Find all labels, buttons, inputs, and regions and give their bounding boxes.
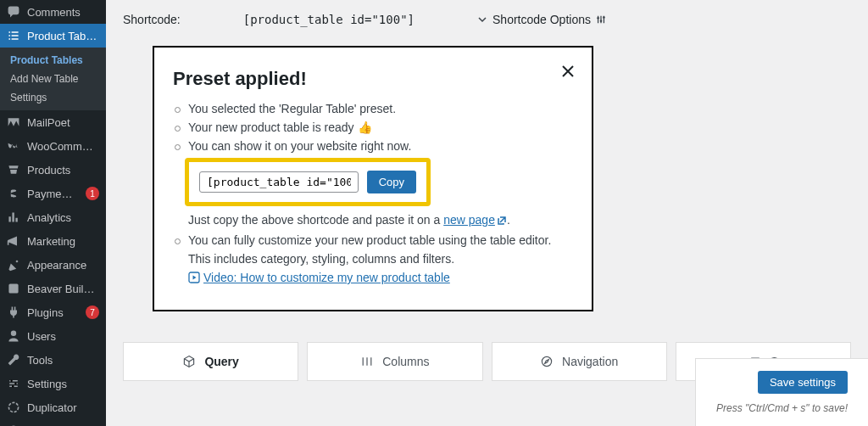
sidebar-item-marketing[interactable]: Marketing xyxy=(0,229,106,253)
sidebar-item-label: Marketing xyxy=(27,235,99,248)
cube-icon xyxy=(182,355,196,368)
sliders-icon xyxy=(596,14,606,25)
tab-navigation[interactable]: Navigation xyxy=(492,342,667,381)
svg-point-10 xyxy=(542,356,551,366)
sidebar-item-label: Settings xyxy=(27,378,99,390)
sidebar-item-payments[interactable]: Payments 1 xyxy=(0,182,106,205)
sidebar-item-label: Beaver Builder xyxy=(27,283,99,295)
tab-query[interactable]: Query xyxy=(123,342,298,381)
payments-icon xyxy=(7,187,20,200)
badge-count: 1 xyxy=(86,187,99,200)
preset-line-3: You can show it on your website right no… xyxy=(175,139,573,153)
sidebar-item-settings[interactable]: Settings xyxy=(0,372,106,395)
new-page-link[interactable]: new page xyxy=(443,213,507,227)
sidebar-item-appearance[interactable]: Appearance xyxy=(0,253,106,277)
sidebar-item-comments[interactable]: Comments xyxy=(0,0,106,24)
svg-point-1 xyxy=(10,380,12,382)
sidebar-item-label: Product Tables xyxy=(27,30,99,42)
shortcode-row: Shortcode: [product_table id="100"] Shor… xyxy=(123,5,851,34)
svg-point-2 xyxy=(14,383,16,384)
panel-title: Preset applied! xyxy=(173,68,573,90)
preset-applied-panel: Preset applied! You selected the 'Regula… xyxy=(153,46,593,311)
users-icon xyxy=(7,329,20,343)
sidebar-item-label: Payments xyxy=(27,188,75,200)
sidebar-item-label: Users xyxy=(27,330,99,343)
video-tutorial-link[interactable]: Video: How to customize my new product t… xyxy=(188,271,450,284)
svg-point-7 xyxy=(600,20,603,22)
tools-icon xyxy=(7,353,20,367)
close-button[interactable] xyxy=(559,63,576,80)
svg-point-8 xyxy=(603,16,605,19)
sidebar-item-duplicator[interactable]: Duplicator xyxy=(0,395,106,419)
sidebar-item-label: Appearance xyxy=(27,259,99,272)
admin-sidebar: Comments Product Tables Product Tables A… xyxy=(0,0,106,426)
shortcode-input[interactable] xyxy=(199,171,359,193)
copy-button[interactable]: Copy xyxy=(367,171,416,193)
preset-line-2: Your new product table is ready 👍 xyxy=(175,121,573,134)
sidebar-item-beaver-builder[interactable]: Beaver Builder xyxy=(0,277,106,300)
tab-label: Query xyxy=(204,355,238,368)
close-icon xyxy=(559,63,576,80)
sidebar-item-label: Products xyxy=(27,164,99,177)
marketing-icon xyxy=(7,234,20,248)
settings-icon xyxy=(7,377,20,390)
sidebar-item-label: Tools xyxy=(27,354,99,367)
analytics-icon xyxy=(7,210,20,224)
columns-icon xyxy=(360,355,374,368)
external-link-icon xyxy=(497,215,507,228)
shortcode-copy-box: Copy xyxy=(185,158,431,206)
preset-line-5b: This includes category, styling, columns… xyxy=(175,252,573,266)
compass-icon xyxy=(540,355,554,368)
thumbs-up-icon: 👍 xyxy=(358,121,372,134)
sidebar-item-analytics[interactable]: Analytics xyxy=(0,205,106,229)
sidebar-item-label: MailPoet xyxy=(27,116,99,129)
tab-label: Columns xyxy=(382,355,429,368)
preset-line-4: Just copy the above shortcode and paste … xyxy=(175,213,573,228)
sidebar-subitem-add-new-table[interactable]: Add New Table xyxy=(0,70,106,88)
svg-rect-0 xyxy=(8,283,18,293)
sidebar-subgroup-product-tables: Product Tables Add New Table Settings xyxy=(0,48,106,110)
sidebar-item-users[interactable]: Users xyxy=(0,324,106,348)
save-hint: Press "Ctrl/Cmd + s" to save! xyxy=(716,402,848,414)
save-settings-button[interactable]: Save settings xyxy=(758,371,848,394)
shortcode-value: [product_table id="100"] xyxy=(243,13,415,26)
sidebar-item-products[interactable]: Products xyxy=(0,158,106,182)
tab-columns[interactable]: Columns xyxy=(307,342,482,381)
plugins-icon xyxy=(7,305,20,319)
svg-point-4 xyxy=(8,402,18,412)
sidebar-item-plugins[interactable]: Plugins 7 xyxy=(0,300,106,324)
save-panel: Save settings Press "Ctrl/Cmd + s" to sa… xyxy=(695,358,868,426)
sidebar-item-label: WooCommerce xyxy=(27,140,99,153)
beaver-builder-icon xyxy=(7,282,20,295)
chevron-down-icon xyxy=(477,14,487,25)
play-icon xyxy=(188,272,200,286)
woocommerce-icon xyxy=(7,139,20,153)
shortcode-options-label: Shortcode Options xyxy=(492,13,591,26)
sidebar-item-woocommerce[interactable]: WooCommerce xyxy=(0,134,106,158)
preset-line-1: You selected the 'Regular Table' preset. xyxy=(175,102,573,115)
sidebar-item-tools[interactable]: Tools xyxy=(0,348,106,372)
duplicator-icon xyxy=(7,401,20,414)
sidebar-item-label: Plugins xyxy=(27,306,75,319)
tab-label: Navigation xyxy=(562,355,618,368)
badge-count: 7 xyxy=(86,305,99,319)
svg-point-6 xyxy=(597,17,599,20)
products-icon xyxy=(7,163,20,177)
sidebar-subitem-product-tables[interactable]: Product Tables xyxy=(0,51,106,70)
appearance-icon xyxy=(7,258,20,272)
mailpoet-icon xyxy=(7,115,20,129)
preset-line-5: You can fully customize your new product… xyxy=(175,233,573,247)
svg-point-3 xyxy=(12,385,14,387)
shortcode-label: Shortcode: xyxy=(123,13,181,26)
sidebar-item-label: Analytics xyxy=(27,211,99,224)
sidebar-subitem-settings[interactable]: Settings xyxy=(0,88,106,107)
sidebar-collapse-menu[interactable]: Collapse menu xyxy=(0,419,106,426)
list-view-icon xyxy=(7,29,20,42)
shortcode-options-toggle[interactable]: Shortcode Options xyxy=(477,13,606,26)
comments-icon xyxy=(7,5,20,19)
sidebar-item-product-tables[interactable]: Product Tables xyxy=(0,24,106,48)
sidebar-item-label: Duplicator xyxy=(27,401,99,414)
sidebar-item-mailpoet[interactable]: MailPoet xyxy=(0,110,106,134)
sidebar-item-label: Comments xyxy=(27,6,99,19)
